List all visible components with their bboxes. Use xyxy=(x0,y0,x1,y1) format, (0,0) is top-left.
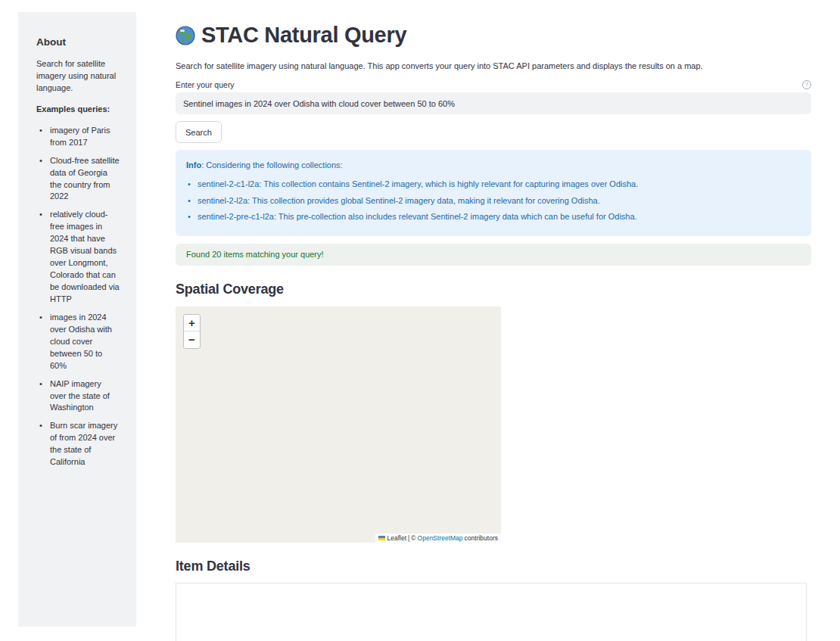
success-message: Found 20 items matching your query! xyxy=(186,250,324,259)
query-input-label: Enter your query xyxy=(176,80,235,89)
zoom-out-button[interactable]: − xyxy=(184,331,200,348)
sidebar-about-title: About xyxy=(36,36,120,48)
app-subtitle: Search for satellite imagery using natur… xyxy=(176,61,811,70)
zoom-in-button[interactable]: + xyxy=(184,315,200,331)
help-icon[interactable]: ? xyxy=(802,80,811,89)
info-collection-list: sentinel-2-c1-l2a: This collection conta… xyxy=(186,179,801,222)
search-button[interactable]: Search xyxy=(176,121,222,143)
spatial-coverage-heading: Spatial Coverage xyxy=(176,282,811,297)
example-query-item: imagery of Paris from 2017 xyxy=(39,125,120,149)
item-details-heading: Item Details xyxy=(176,559,811,574)
info-collection-item: sentinel-2-pre-c1-l2a: This pre-collecti… xyxy=(186,211,801,222)
sidebar-examples-list: imagery of Paris from 2017Cloud-free sat… xyxy=(39,125,120,468)
info-alert: Info: Considering the following collecti… xyxy=(176,150,811,236)
leaflet-label: Leaflet xyxy=(387,534,407,542)
spatial-coverage-map[interactable]: + − Leaflet | © OpenStreetMap contributo… xyxy=(176,306,501,543)
example-query-item: Cloud-free satellite data of Georgia the… xyxy=(39,155,120,204)
example-query-item: Burn scar imagery of from 2024 over the … xyxy=(39,420,120,468)
success-alert: Found 20 items matching your query! xyxy=(176,244,811,266)
info-collection-item: sentinel-2-l2a: This collection provides… xyxy=(186,195,801,207)
sidebar-examples-title: Examples queries: xyxy=(36,104,120,116)
map-zoom-control: + − xyxy=(183,314,201,349)
leaflet-flag-icon xyxy=(378,536,385,540)
example-query-item: NAIP imagery over the state of Washingto… xyxy=(39,378,120,415)
sidebar: About Search for satellite imagery using… xyxy=(18,12,136,627)
example-query-item: relatively cloud-free images in 2024 tha… xyxy=(39,209,120,306)
info-collection-item: sentinel-2-c1-l2a: This collection conta… xyxy=(186,179,801,190)
osm-link[interactable]: OpenStreetMap xyxy=(418,534,463,542)
map-attribution: Leaflet | © OpenStreetMap contributors xyxy=(375,534,501,543)
example-query-item: images in 2024 over Odisha with cloud co… xyxy=(39,312,120,372)
sidebar-about-text: Search for satellite imagery using natur… xyxy=(36,58,120,95)
item-details-table[interactable] xyxy=(176,583,807,641)
globe-icon xyxy=(176,26,195,45)
page-title: STAC Natural Query xyxy=(201,23,406,48)
info-heading: Info: Considering the following collecti… xyxy=(186,160,801,171)
main-content: STAC Natural Query Search for satellite … xyxy=(176,0,811,641)
app-header: STAC Natural Query xyxy=(176,23,811,48)
query-input[interactable] xyxy=(176,92,811,114)
